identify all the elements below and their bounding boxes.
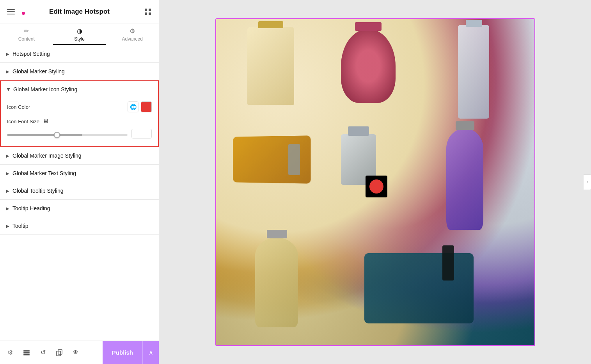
accordion-tooltip: ▶ Tooltip xyxy=(0,217,159,235)
tab-style[interactable]: ◑ Style xyxy=(53,23,106,45)
svg-rect-5 xyxy=(23,352,30,353)
accordion-global-tooltip-styling-header[interactable]: ▶ Global Tooltip Styling xyxy=(0,182,159,199)
global-marker-image-styling-label: Global Marker Image Styling xyxy=(12,153,82,159)
global-marker-text-styling-arrow: ▶ xyxy=(6,171,9,176)
globe-button[interactable]: 🌐 xyxy=(128,101,138,112)
icon-font-size-row: Icon Font Size 🖥 xyxy=(7,118,152,125)
global-marker-styling-arrow: ▶ xyxy=(6,69,9,74)
svg-rect-6 xyxy=(23,354,30,355)
svg-rect-8 xyxy=(58,350,62,354)
tab-advanced[interactable]: ⚙ Advanced xyxy=(106,23,159,45)
accordion-tooltip-heading: ▶ Tooltip Heading xyxy=(0,200,159,217)
hotspot-setting-label: Hotspot Setting xyxy=(12,51,50,57)
accordion-global-marker-styling-header[interactable]: ▶ Global Marker Styling xyxy=(0,63,159,80)
global-tooltip-styling-arrow: ▶ xyxy=(6,189,9,193)
accordion-global-marker-text-styling-header[interactable]: ▶ Global Marker Text Styling xyxy=(0,165,159,182)
toolbar-icons: ⚙ ↺ 👁 xyxy=(0,346,103,360)
tab-advanced-label: Advanced xyxy=(122,36,142,42)
global-marker-icon-styling-label: Global Marker Icon Styling xyxy=(13,86,77,92)
global-marker-image-styling-arrow: ▶ xyxy=(6,154,9,158)
collapse-handle[interactable]: ‹ xyxy=(584,174,591,190)
right-area: ‹ xyxy=(159,0,591,364)
accordion-global-marker-styling: ▶ Global Marker Styling xyxy=(0,63,159,80)
font-size-input[interactable]: 41 xyxy=(131,129,152,138)
panel-header: Edit Image Hotspot xyxy=(0,0,159,23)
publish-chevron-button[interactable]: ∧ xyxy=(142,341,159,364)
icon-color-label: Icon Color xyxy=(7,104,30,110)
advanced-tab-icon: ⚙ xyxy=(130,27,135,35)
tab-style-label: Style xyxy=(74,36,85,42)
svg-rect-0 xyxy=(145,9,147,11)
tab-content-label: Content xyxy=(18,36,35,42)
accordion-global-marker-image-styling-header[interactable]: ▶ Global Marker Image Styling xyxy=(0,147,159,164)
tooltip-heading-arrow: ▶ xyxy=(6,206,9,211)
icon-color-row: Icon Color 🌐 xyxy=(7,101,152,112)
accordion-global-marker-icon-styling: ▶ Global Marker Icon Styling Icon Color … xyxy=(0,80,159,147)
slider-row: 41 xyxy=(7,129,152,138)
icon-font-size-label: Icon Font Size xyxy=(7,119,39,124)
accordion-global-tooltip-styling: ▶ Global Tooltip Styling xyxy=(0,182,159,200)
svg-rect-4 xyxy=(23,350,30,352)
preview-button[interactable]: 👁 xyxy=(69,346,83,360)
tooltip-arrow: ▶ xyxy=(6,224,9,228)
tooltip-heading-label: Tooltip Heading xyxy=(12,205,50,211)
accordion-tooltip-heading-header[interactable]: ▶ Tooltip Heading xyxy=(0,200,159,217)
image-hotspot-preview[interactable] xyxy=(215,18,535,346)
global-marker-text-styling-label: Global Marker Text Styling xyxy=(12,170,76,176)
accordion-hotspot-setting-header[interactable]: ▶ Hotspot Setting xyxy=(0,45,159,62)
tooltip-label: Tooltip xyxy=(12,223,28,229)
accordion-hotspot-setting: ▶ Hotspot Setting xyxy=(0,45,159,63)
page-title: Edit Image Hotspot xyxy=(49,8,110,16)
accordion-global-marker-icon-styling-header[interactable]: ▶ Global Marker Icon Styling xyxy=(1,81,158,98)
font-size-slider-wrap xyxy=(7,130,128,137)
grid-menu-button[interactable] xyxy=(142,6,153,17)
accordion-global-marker-text-styling: ▶ Global Marker Text Styling xyxy=(0,165,159,182)
hamburger-menu-button[interactable] xyxy=(5,6,16,17)
tab-content[interactable]: ✏ Content xyxy=(0,23,53,45)
svg-rect-1 xyxy=(149,9,151,11)
global-tooltip-styling-label: Global Tooltip Styling xyxy=(12,188,63,194)
notification-dot xyxy=(22,12,25,15)
svg-rect-2 xyxy=(145,12,147,15)
publish-area: Publish ∧ xyxy=(103,341,159,364)
settings-button[interactable]: ⚙ xyxy=(3,346,17,360)
publish-button[interactable]: Publish xyxy=(103,341,142,364)
content-tab-icon: ✏ xyxy=(24,27,29,35)
accordion-tooltip-header[interactable]: ▶ Tooltip xyxy=(0,217,159,234)
global-marker-icon-styling-arrow: ▶ xyxy=(7,88,11,91)
svg-rect-7 xyxy=(57,351,60,356)
left-panel: Edit Image Hotspot ✏ Content ◑ Style ⚙ A… xyxy=(0,0,159,364)
style-tab-icon: ◑ xyxy=(77,27,82,35)
perfume-image-background xyxy=(216,19,534,345)
font-size-slider[interactable] xyxy=(7,134,128,136)
tab-bar: ✏ Content ◑ Style ⚙ Advanced xyxy=(0,23,159,45)
icon-color-swatch[interactable] xyxy=(141,101,152,112)
icon-color-controls: 🌐 xyxy=(128,101,152,112)
hotspot-marker[interactable] xyxy=(366,176,387,197)
monitor-icon: 🖥 xyxy=(43,118,49,125)
hotspot-dot xyxy=(369,179,383,194)
global-marker-styling-label: Global Marker Styling xyxy=(12,68,65,75)
accordion-scroll: ▶ Hotspot Setting ▶ Global Marker Stylin… xyxy=(0,45,159,341)
accordion-icon-styling-body: Icon Color 🌐 Icon Font Size 🖥 41 xyxy=(1,98,158,146)
duplicate-button[interactable] xyxy=(52,346,66,360)
hotspot-setting-arrow: ▶ xyxy=(6,52,9,56)
layers-button[interactable] xyxy=(20,346,34,360)
accordion-global-marker-image-styling: ▶ Global Marker Image Styling xyxy=(0,147,159,165)
bottom-toolbar: ⚙ ↺ 👁 Publish ∧ xyxy=(0,341,159,364)
history-button[interactable]: ↺ xyxy=(36,346,50,360)
svg-rect-3 xyxy=(149,12,151,15)
